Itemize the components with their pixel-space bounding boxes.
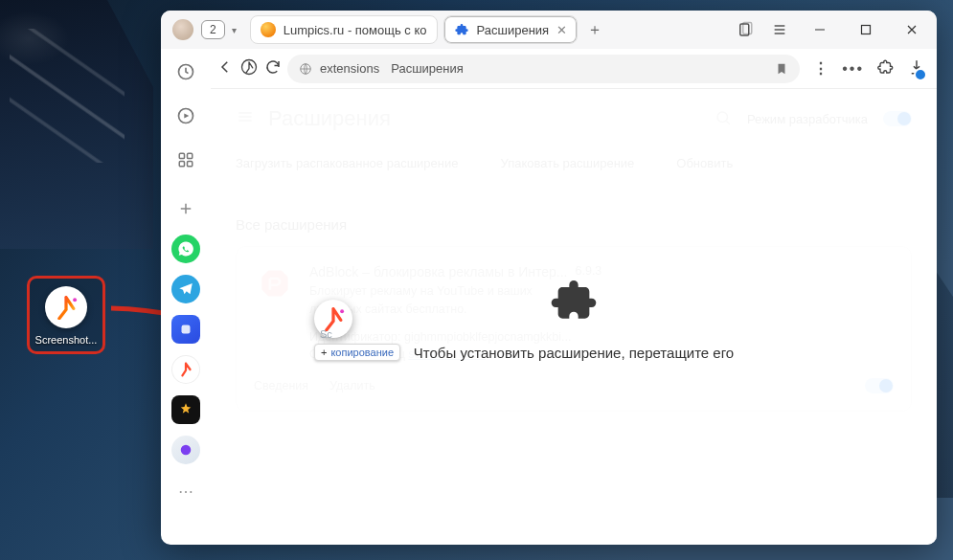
tab-counter-dropdown[interactable]: ▾ bbox=[225, 25, 244, 35]
tab-label: Lumpics.ru - помощь с ко bbox=[284, 23, 427, 37]
svg-point-16 bbox=[340, 309, 344, 313]
puzzle-icon bbox=[454, 22, 469, 37]
bookmark-icon[interactable] bbox=[775, 62, 788, 76]
extensions-page: Расширения Режим разработчика Загрузить … bbox=[211, 89, 937, 545]
browser-window: 2 ▾ Lumpics.ru - помощь с ко Расширения … bbox=[161, 11, 937, 545]
collections-icon[interactable] bbox=[730, 14, 760, 45]
tab-counter[interactable]: 2 bbox=[201, 20, 225, 39]
sidebar: ⋯ bbox=[161, 49, 211, 545]
app-pin-dark[interactable] bbox=[171, 395, 200, 424]
lumpics-favicon-icon bbox=[261, 22, 276, 37]
more-pins-icon[interactable]: ⋯ bbox=[172, 478, 199, 504]
tab-label: Расширения bbox=[477, 23, 550, 37]
drag-ghost-label: Sc bbox=[320, 328, 332, 340]
svg-point-11 bbox=[181, 445, 192, 456]
svg-rect-3 bbox=[862, 26, 871, 34]
close-button[interactable] bbox=[891, 12, 933, 47]
copy-tooltip: + копирование bbox=[314, 344, 400, 361]
globe-icon bbox=[299, 62, 312, 76]
telegram-pin[interactable] bbox=[171, 275, 200, 303]
play-icon[interactable] bbox=[172, 102, 199, 129]
address-bar[interactable]: extensions Расширения bbox=[287, 55, 800, 83]
app-pin-blue[interactable] bbox=[171, 315, 200, 344]
menu-icon[interactable] bbox=[764, 14, 795, 45]
yandex-pin[interactable] bbox=[171, 355, 200, 384]
reload-button[interactable] bbox=[264, 58, 282, 79]
url-chip-text: extensions bbox=[320, 61, 379, 76]
desktop-file-label: Screenshot... bbox=[34, 334, 99, 346]
desktop-file-icon[interactable]: Screenshot... bbox=[27, 276, 105, 354]
drag-drop-overlay: Чтобы установить расширение, перетащите … bbox=[211, 89, 937, 545]
svg-rect-9 bbox=[188, 162, 193, 167]
yandex-browser-icon bbox=[45, 286, 87, 328]
svg-rect-10 bbox=[182, 325, 191, 334]
new-tab-button[interactable]: ＋ bbox=[583, 18, 606, 41]
more-icon[interactable]: ••• bbox=[842, 60, 864, 78]
maximize-button[interactable] bbox=[845, 12, 887, 47]
minimize-button[interactable] bbox=[799, 12, 841, 47]
drag-ghost: + копирование Sc bbox=[314, 300, 400, 340]
toolbar: extensions Расширения ⋮ ••• bbox=[211, 49, 937, 89]
svg-rect-7 bbox=[188, 153, 193, 158]
profile-avatar[interactable] bbox=[172, 19, 193, 40]
svg-rect-6 bbox=[179, 153, 184, 158]
page-title-in-urlbar: Расширения bbox=[391, 61, 464, 76]
add-pin-button[interactable] bbox=[171, 194, 200, 223]
svg-point-0 bbox=[73, 298, 77, 302]
tab-extensions[interactable]: Расширения ✕ bbox=[443, 15, 579, 44]
puzzle-icon bbox=[547, 274, 601, 327]
drag-overlay-text: Чтобы установить расширение, перетащите … bbox=[414, 345, 734, 361]
extensions-toolbar-icon[interactable] bbox=[877, 58, 895, 79]
downloads-icon[interactable] bbox=[908, 58, 925, 79]
history-icon[interactable] bbox=[172, 58, 199, 85]
back-button[interactable] bbox=[216, 58, 234, 79]
whatsapp-pin[interactable] bbox=[171, 235, 200, 263]
close-icon[interactable]: ✕ bbox=[556, 23, 567, 37]
apps-icon[interactable] bbox=[172, 146, 199, 173]
tab-lumpics[interactable]: Lumpics.ru - помощь с ко bbox=[250, 15, 438, 44]
yandex-home-button[interactable] bbox=[239, 57, 259, 80]
kebab-icon[interactable]: ⋮ bbox=[813, 59, 828, 78]
svg-rect-8 bbox=[179, 162, 184, 167]
titlebar: 2 ▾ Lumpics.ru - помощь с ко Расширения … bbox=[161, 11, 937, 49]
alice-pin[interactable] bbox=[171, 436, 200, 464]
